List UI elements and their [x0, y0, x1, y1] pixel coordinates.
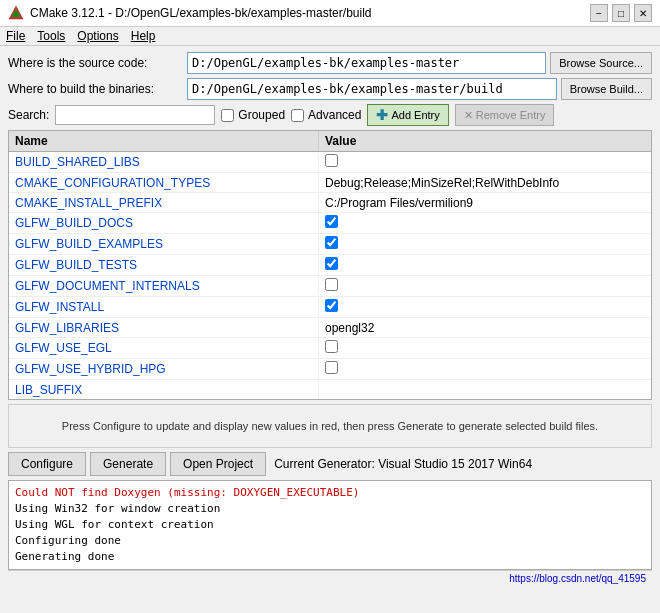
- menu-tools[interactable]: Tools: [37, 29, 65, 43]
- search-label: Search:: [8, 108, 49, 122]
- grouped-checkbox-group: Grouped: [221, 108, 285, 122]
- cell-value: C:/Program Files/vermilion9: [319, 194, 651, 212]
- grouped-label: Grouped: [238, 108, 285, 122]
- table-row: GLFW_DOCUMENT_INTERNALS: [9, 276, 651, 297]
- minimize-button[interactable]: −: [590, 4, 608, 22]
- main-content: Where is the source code: Browse Source.…: [0, 46, 660, 592]
- table-row: GLFW_LIBRARIESopengl32: [9, 318, 651, 338]
- value-column-header: Value: [319, 131, 651, 151]
- name-column-header: Name: [9, 131, 319, 151]
- remove-icon: ✕: [464, 109, 473, 122]
- remove-entry-button[interactable]: ✕ Remove Entry: [455, 104, 555, 126]
- build-path-row: Where to build the binaries: Browse Buil…: [8, 78, 652, 100]
- log-line: Using Win32 for window creation: [15, 501, 645, 517]
- variable-checkbox[interactable]: [325, 340, 338, 353]
- open-project-button[interactable]: Open Project: [170, 452, 266, 476]
- cell-name: GLFW_BUILD_DOCS: [9, 214, 319, 232]
- status-message: Press Configure to update and display ne…: [8, 404, 652, 448]
- table-row: GLFW_BUILD_DOCS: [9, 213, 651, 234]
- build-label: Where to build the binaries:: [8, 82, 183, 96]
- table-body: BUILD_SHARED_LIBSCMAKE_CONFIGURATION_TYP…: [9, 152, 651, 400]
- cell-value[interactable]: [319, 213, 651, 233]
- table-header: Name Value: [9, 131, 651, 152]
- log-line: Using WGL for context creation: [15, 517, 645, 533]
- table-row: GLFW_INSTALL: [9, 297, 651, 318]
- advanced-checkbox[interactable]: [291, 109, 304, 122]
- cell-name: CMAKE_INSTALL_PREFIX: [9, 194, 319, 212]
- variable-checkbox[interactable]: [325, 299, 338, 312]
- footer-link: https://blog.csdn.net/qq_41595: [509, 573, 646, 584]
- variable-checkbox[interactable]: [325, 154, 338, 167]
- cell-name: GLFW_DOCUMENT_INTERNALS: [9, 277, 319, 295]
- add-entry-label: Add Entry: [391, 109, 439, 121]
- cell-value[interactable]: [319, 152, 651, 172]
- cell-value[interactable]: [319, 276, 651, 296]
- table-row: CMAKE_CONFIGURATION_TYPESDebug;Release;M…: [9, 173, 651, 193]
- cell-value[interactable]: [319, 255, 651, 275]
- cell-name: CMAKE_CONFIGURATION_TYPES: [9, 174, 319, 192]
- browse-source-button[interactable]: Browse Source...: [550, 52, 652, 74]
- cell-value[interactable]: [319, 297, 651, 317]
- title-bar: CMake 3.12.1 - D:/OpenGL/examples-bk/exa…: [0, 0, 660, 27]
- grouped-checkbox[interactable]: [221, 109, 234, 122]
- footer-bar: https://blog.csdn.net/qq_41595: [8, 570, 652, 586]
- log-body: Could NOT find Doxygen (missing: DOXYGEN…: [15, 485, 645, 565]
- build-input[interactable]: [187, 78, 557, 100]
- advanced-checkbox-group: Advanced: [291, 108, 361, 122]
- window-controls: − □ ✕: [590, 4, 652, 22]
- search-row: Search: Grouped Advanced ✚ Add Entry ✕ R…: [8, 104, 652, 126]
- table-row: LIB_SUFFIX: [9, 380, 651, 400]
- cell-name: BUILD_SHARED_LIBS: [9, 153, 319, 171]
- generate-button[interactable]: Generate: [90, 452, 166, 476]
- cell-value: [319, 388, 651, 392]
- bottom-buttons-row: Configure Generate Open Project Current …: [8, 452, 652, 476]
- table-row: CMAKE_INSTALL_PREFIXC:/Program Files/ver…: [9, 193, 651, 213]
- cell-name: GLFW_BUILD_EXAMPLES: [9, 235, 319, 253]
- menu-file[interactable]: File: [6, 29, 25, 43]
- variable-checkbox[interactable]: [325, 215, 338, 228]
- browse-build-button[interactable]: Browse Build...: [561, 78, 652, 100]
- menu-bar: File Tools Options Help: [0, 27, 660, 46]
- advanced-label: Advanced: [308, 108, 361, 122]
- menu-options[interactable]: Options: [77, 29, 118, 43]
- menu-help[interactable]: Help: [131, 29, 156, 43]
- search-input[interactable]: [55, 105, 215, 125]
- remove-entry-label: Remove Entry: [476, 109, 546, 121]
- cmake-variables-table: Name Value BUILD_SHARED_LIBSCMAKE_CONFIG…: [8, 130, 652, 400]
- close-button[interactable]: ✕: [634, 4, 652, 22]
- variable-checkbox[interactable]: [325, 257, 338, 270]
- plus-icon: ✚: [376, 107, 388, 123]
- table-row: GLFW_BUILD_EXAMPLES: [9, 234, 651, 255]
- table-row: GLFW_USE_EGL: [9, 338, 651, 359]
- cell-value[interactable]: [319, 359, 651, 379]
- cell-name: GLFW_LIBRARIES: [9, 319, 319, 337]
- cell-name: GLFW_INSTALL: [9, 298, 319, 316]
- configure-button[interactable]: Configure: [8, 452, 86, 476]
- cmake-logo-icon: [8, 5, 24, 21]
- cell-value: Debug;Release;MinSizeRel;RelWithDebInfo: [319, 174, 651, 192]
- log-line: Generating done: [15, 549, 645, 565]
- source-path-row: Where is the source code: Browse Source.…: [8, 52, 652, 74]
- source-label: Where is the source code:: [8, 56, 183, 70]
- cell-value[interactable]: [319, 234, 651, 254]
- cell-value: opengl32: [319, 319, 651, 337]
- table-row: GLFW_BUILD_TESTS: [9, 255, 651, 276]
- variable-checkbox[interactable]: [325, 278, 338, 291]
- maximize-button[interactable]: □: [612, 4, 630, 22]
- variable-checkbox[interactable]: [325, 236, 338, 249]
- table-row: GLFW_USE_HYBRID_HPG: [9, 359, 651, 380]
- table-row: BUILD_SHARED_LIBS: [9, 152, 651, 173]
- cell-name: GLFW_USE_EGL: [9, 339, 319, 357]
- cell-name: GLFW_USE_HYBRID_HPG: [9, 360, 319, 378]
- log-area: Could NOT find Doxygen (missing: DOXYGEN…: [8, 480, 652, 570]
- cell-name: GLFW_BUILD_TESTS: [9, 256, 319, 274]
- source-input[interactable]: [187, 52, 546, 74]
- generator-label: Current Generator: Visual Studio 15 2017…: [274, 457, 532, 471]
- window-title: CMake 3.12.1 - D:/OpenGL/examples-bk/exa…: [30, 6, 371, 20]
- log-line: Could NOT find Doxygen (missing: DOXYGEN…: [15, 485, 645, 501]
- add-entry-button[interactable]: ✚ Add Entry: [367, 104, 448, 126]
- variable-checkbox[interactable]: [325, 361, 338, 374]
- cell-name: LIB_SUFFIX: [9, 381, 319, 399]
- cell-value[interactable]: [319, 338, 651, 358]
- log-line: Configuring done: [15, 533, 645, 549]
